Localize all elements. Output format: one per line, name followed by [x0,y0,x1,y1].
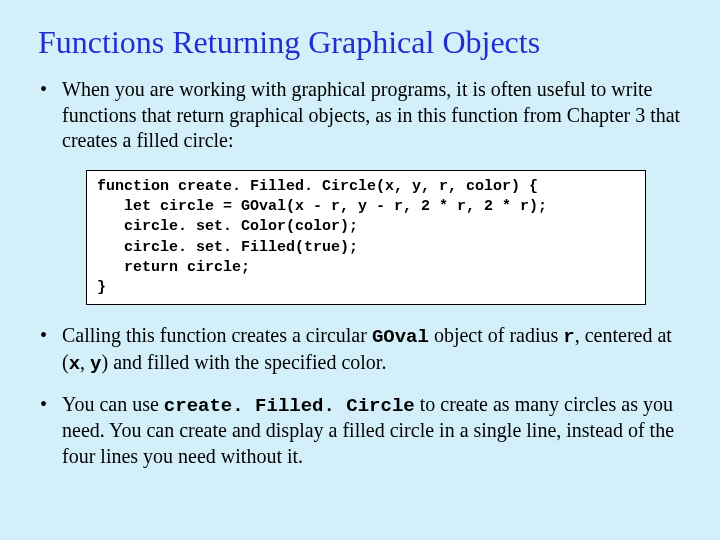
inline-x: x [69,353,80,375]
slide-title: Functions Returning Graphical Objects [38,24,682,61]
bullet-2: Calling this function creates a circular… [38,323,682,376]
bullet-list: When you are working with graphical prog… [38,77,682,154]
code-box: function create. Filled. Circle(x, y, r,… [86,170,646,306]
bullet-3-text-a: You can use [62,393,164,415]
bullet-2-text-d: , [80,351,90,373]
code-line-6: } [97,279,106,296]
code-line-3: circle. set. Color(color); [97,218,358,235]
bullet-2-text-e: ) and filled with the specified color. [101,351,386,373]
bullet-1: When you are working with graphical prog… [38,77,682,154]
slide: Functions Returning Graphical Objects Wh… [0,0,720,540]
inline-r: r [563,326,574,348]
bullet-3: You can use create. Filled. Circle to cr… [38,392,682,470]
code-block: function create. Filled. Circle(x, y, r,… [97,177,635,299]
bullet-1-text: When you are working with graphical prog… [62,78,680,151]
bullet-list-2: Calling this function creates a circular… [38,323,682,469]
inline-y: y [90,353,101,375]
code-line-2: let circle = GOval(x - r, y - r, 2 * r, … [97,198,547,215]
code-line-4: circle. set. Filled(true); [97,239,358,256]
code-line-5: return circle; [97,259,250,276]
code-line-1: function create. Filled. Circle(x, y, r,… [97,178,538,195]
inline-create-filled-circle: create. Filled. Circle [164,395,415,417]
bullet-2-text-b: object of radius [429,324,563,346]
inline-goval: GOval [372,326,429,348]
bullet-2-text-a: Calling this function creates a circular [62,324,372,346]
